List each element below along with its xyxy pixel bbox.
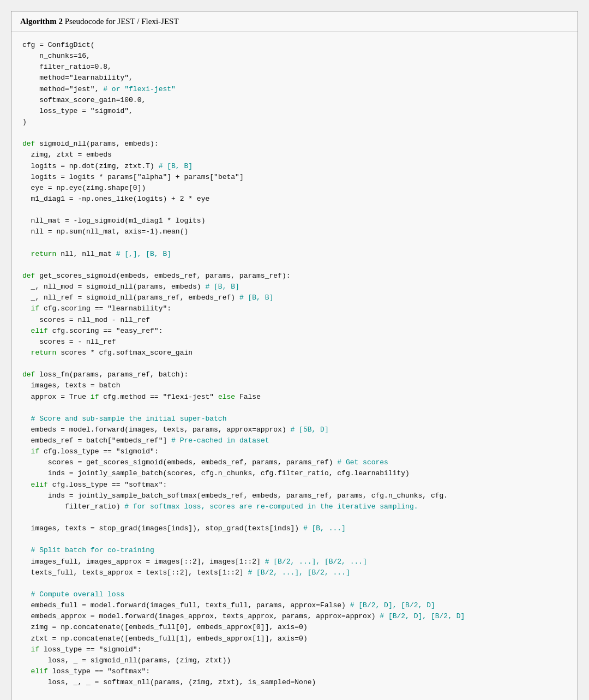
algorithm-header: Algorithm 2 Pseudocode for JEST / Flexi-… [11, 11, 578, 32]
code-block: cfg = ConfigDict( n_chunks=16, filter_ra… [11, 32, 578, 700]
algo-number: Algorithm 2 [20, 17, 63, 26]
algorithm-box: Algorithm 2 Pseudocode for JEST / Flexi-… [11, 11, 578, 700]
algo-title: Pseudocode for JEST / Flexi-JEST [65, 17, 179, 26]
